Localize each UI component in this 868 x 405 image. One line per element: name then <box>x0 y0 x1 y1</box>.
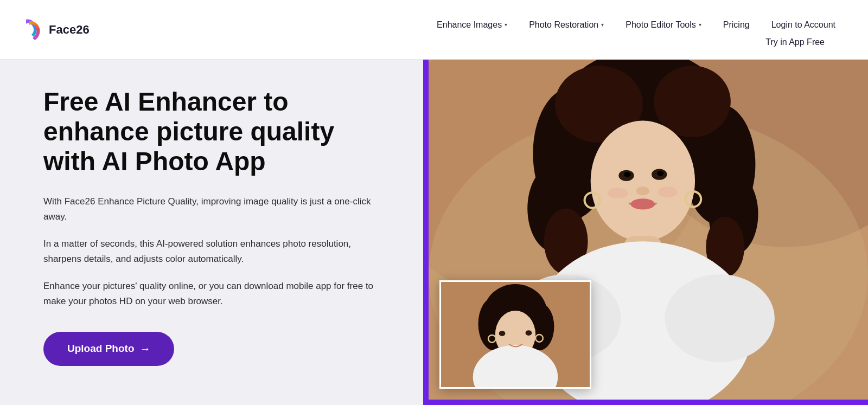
header: Face26 Enhance Images ▾ Photo Restoratio… <box>0 0 868 60</box>
chevron-down-icon: ▾ <box>505 22 507 28</box>
left-content: Free AI Enhancer to enhance picture qual… <box>0 60 423 405</box>
nav-enhance-images[interactable]: Enhance Images ▾ <box>426 12 518 37</box>
svg-point-24 <box>636 187 649 195</box>
logo-text: Face26 <box>49 23 90 37</box>
logo[interactable]: Face26 <box>22 17 90 42</box>
svg-point-36 <box>526 330 532 336</box>
chevron-down-icon: ▾ <box>601 22 604 28</box>
hero-para-3: Enhance your pictures' quality online, o… <box>43 279 380 309</box>
svg-point-8 <box>654 66 731 137</box>
nav-pricing[interactable]: Pricing <box>712 12 761 37</box>
purple-border-accent <box>423 60 429 405</box>
hero-para-2: In a matter of seconds, this AI-powered … <box>43 236 380 267</box>
nav-try-app[interactable]: Try in App Free <box>755 32 835 47</box>
nav-photo-editor-tools[interactable]: Photo Editor Tools ▾ <box>615 12 712 37</box>
svg-point-17 <box>665 274 775 362</box>
svg-point-27 <box>631 198 655 209</box>
svg-point-13 <box>591 121 695 242</box>
svg-point-35 <box>499 331 506 336</box>
svg-point-25 <box>608 188 628 198</box>
right-content <box>423 60 868 405</box>
thumbnail-photo <box>439 280 591 389</box>
purple-border-bottom <box>423 400 868 405</box>
hero-title: Free AI Enhancer to enhance picture qual… <box>43 87 380 177</box>
upload-photo-button[interactable]: Upload Photo → <box>43 332 174 366</box>
svg-point-20 <box>624 172 630 177</box>
hero-para-1: With Face26 Enhance Picture Quality, imp… <box>43 194 380 224</box>
thumbnail-svg <box>441 282 590 387</box>
arrow-right-icon: → <box>139 343 150 355</box>
nav-photo-restoration[interactable]: Photo Restoration ▾ <box>518 12 615 37</box>
svg-point-21 <box>657 171 663 176</box>
chevron-down-icon: ▾ <box>699 22 701 28</box>
logo-icon <box>22 17 43 42</box>
main-container: Free AI Enhancer to enhance picture qual… <box>0 60 868 405</box>
svg-point-26 <box>658 187 677 197</box>
